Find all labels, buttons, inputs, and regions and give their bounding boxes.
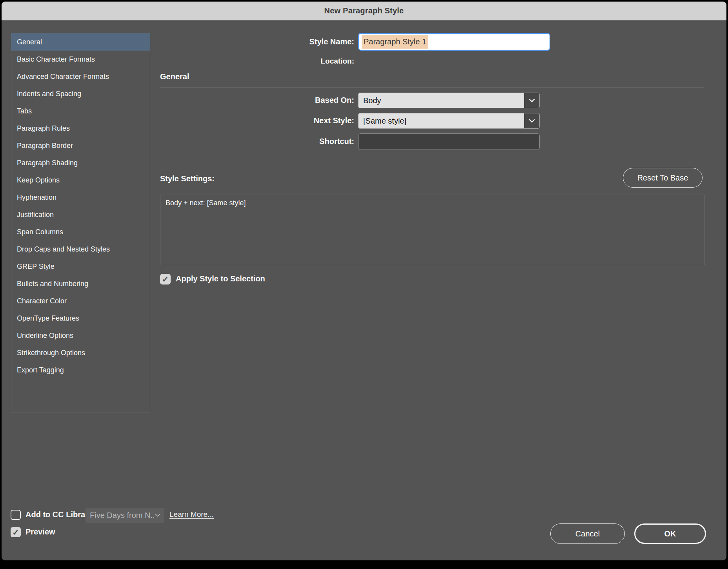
style-settings-label: Style Settings:: [160, 174, 215, 183]
section-divider: [160, 87, 704, 88]
preview-label: Preview: [25, 527, 55, 536]
sidebar-item-label: GREP Style: [17, 263, 55, 271]
sidebar-item-paragraph-rules[interactable]: Paragraph Rules: [11, 120, 150, 137]
sidebar-item-label: Underline Options: [17, 332, 73, 340]
sidebar-item-label: Basic Character Formats: [17, 55, 95, 64]
sidebar-item-drop-caps-and-nested-styles[interactable]: Drop Caps and Nested Styles: [11, 241, 150, 258]
sidebar-item-label: Character Color: [17, 297, 67, 305]
style-name-input[interactable]: Paragraph Style 1: [358, 33, 550, 51]
location-label: Location:: [206, 57, 354, 66]
sidebar-item-label: Indents and Spacing: [17, 90, 81, 98]
style-name-selected-text: Paragraph Style 1: [362, 35, 428, 49]
sidebar-item-label: Hyphenation: [17, 193, 56, 202]
sidebar-item-label: OpenType Features: [17, 314, 79, 323]
sidebar-item-label: Drop Caps and Nested Styles: [17, 245, 110, 253]
sidebar-item-label: Export Tagging: [17, 366, 64, 374]
ok-button[interactable]: OK: [634, 523, 706, 544]
checkmark-icon: ✓: [12, 528, 19, 536]
sidebar-item-bullets-and-numbering[interactable]: Bullets and Numbering: [11, 275, 150, 292]
sidebar-item-keep-options[interactable]: Keep Options: [11, 171, 150, 189]
based-on-dropdown-button[interactable]: [524, 93, 539, 108]
sidebar-item-underline-options[interactable]: Underline Options: [11, 327, 150, 344]
learn-more-link[interactable]: Learn More...: [169, 510, 214, 519]
sidebar-item-label: Strikethrough Options: [17, 349, 85, 357]
checkmark-icon: ✓: [162, 275, 169, 283]
cc-library-value: Five Days from N...: [90, 511, 154, 520]
add-to-cc-library-checkbox[interactable]: ✓: [11, 510, 21, 520]
apply-style-label: Apply Style to Selection: [176, 274, 265, 283]
new-paragraph-style-dialog: New Paragraph Style GeneralBasic Charact…: [2, 2, 726, 560]
based-on-value: Body: [359, 93, 524, 108]
next-style-dropdown[interactable]: [Same style]: [358, 113, 540, 129]
add-to-cc-library-label: Add to CC Library:: [25, 510, 95, 519]
sidebar-item-grep-style[interactable]: GREP Style: [11, 258, 150, 275]
sidebar-item-hyphenation[interactable]: Hyphenation: [11, 189, 150, 206]
sidebar-item-label: Span Columns: [17, 228, 63, 236]
sidebar-item-label: Tabs: [17, 107, 32, 115]
sidebar-item-general[interactable]: General: [11, 33, 150, 51]
cc-library-dropdown[interactable]: Five Days from N...: [86, 508, 164, 523]
reset-to-base-button[interactable]: Reset To Base: [623, 168, 703, 188]
style-settings-summary: Body + next: [Same style]: [166, 199, 246, 207]
general-section-title: General: [160, 72, 189, 81]
style-name-label: Style Name:: [206, 37, 354, 46]
sidebar-item-strikethrough-options[interactable]: Strikethrough Options: [11, 344, 150, 361]
chevron-down-icon: [154, 512, 161, 519]
dialog-title: New Paragraph Style: [324, 6, 404, 15]
shortcut-input[interactable]: [358, 133, 540, 150]
sidebar-list: GeneralBasic Character FormatsAdvanced C…: [11, 33, 150, 412]
style-settings-box: Body + next: [Same style]: [160, 195, 704, 265]
preview-checkbox[interactable]: ✓: [11, 527, 21, 537]
sidebar-item-label: Paragraph Rules: [17, 124, 70, 133]
sidebar-item-tabs[interactable]: Tabs: [11, 102, 150, 120]
next-style-dropdown-button[interactable]: [524, 113, 539, 128]
apply-style-checkbox[interactable]: ✓: [160, 274, 171, 284]
sidebar-item-label: Bullets and Numbering: [17, 280, 88, 288]
shortcut-label: Shortcut:: [206, 137, 354, 146]
based-on-dropdown[interactable]: Body: [358, 93, 540, 108]
sidebar-item-character-color[interactable]: Character Color: [11, 292, 150, 310]
based-on-label: Based On:: [206, 96, 354, 105]
sidebar-item-paragraph-border[interactable]: Paragraph Border: [11, 137, 150, 154]
sidebar-item-justification[interactable]: Justification: [11, 206, 150, 223]
cancel-button[interactable]: Cancel: [550, 523, 625, 544]
dialog-titlebar[interactable]: New Paragraph Style: [2, 2, 726, 20]
sidebar-item-label: General: [17, 38, 42, 46]
next-style-label: Next Style:: [206, 116, 354, 125]
sidebar-item-label: Advanced Character Formats: [17, 73, 109, 81]
sidebar-item-indents-and-spacing[interactable]: Indents and Spacing: [11, 85, 150, 102]
sidebar-item-opentype-features[interactable]: OpenType Features: [11, 310, 150, 327]
sidebar-item-label: Paragraph Border: [17, 142, 73, 150]
sidebar-item-label: Paragraph Shading: [17, 159, 78, 167]
sidebar-item-paragraph-shading[interactable]: Paragraph Shading: [11, 154, 150, 171]
chevron-down-icon: [528, 117, 536, 125]
sidebar-item-export-tagging[interactable]: Export Tagging: [11, 361, 150, 379]
sidebar-item-span-columns[interactable]: Span Columns: [11, 223, 150, 241]
sidebar-item-label: Keep Options: [17, 176, 60, 184]
chevron-down-icon: [528, 97, 536, 104]
sidebar-item-label: Justification: [17, 211, 54, 219]
next-style-value: [Same style]: [359, 113, 524, 128]
sidebar-item-basic-character-formats[interactable]: Basic Character Formats: [11, 51, 150, 68]
sidebar-item-advanced-character-formats[interactable]: Advanced Character Formats: [11, 68, 150, 85]
